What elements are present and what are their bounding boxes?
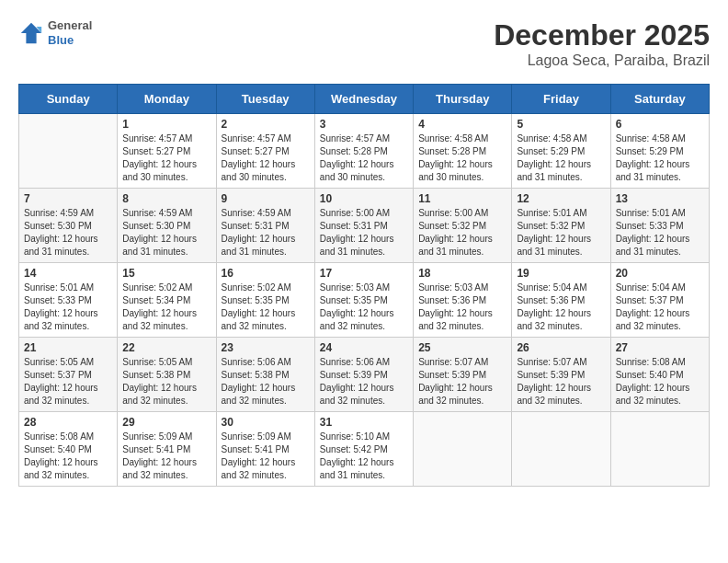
day-info: Sunrise: 5:09 AMSunset: 5:41 PMDaylight:… [222, 431, 310, 482]
day-number: 12 [517, 192, 605, 205]
day-number: 20 [616, 267, 704, 280]
day-number: 4 [418, 118, 506, 131]
calendar-cell: 17Sunrise: 5:03 AMSunset: 5:35 PMDayligh… [314, 263, 413, 338]
day-info: Sunrise: 5:05 AMSunset: 5:38 PMDaylight:… [122, 356, 210, 408]
day-info: Sunrise: 5:07 AMSunset: 5:39 PMDaylight:… [517, 356, 605, 408]
weekday-header-friday: Friday [512, 85, 610, 114]
weekday-header-sunday: Sunday [19, 85, 118, 114]
calendar-week-1: 1Sunrise: 4:57 AMSunset: 5:27 PMDaylight… [19, 114, 710, 189]
calendar-cell: 25Sunrise: 5:07 AMSunset: 5:39 PMDayligh… [414, 338, 512, 412]
day-info: Sunrise: 4:59 AMSunset: 5:30 PMDaylight:… [122, 207, 210, 259]
calendar-cell [414, 412, 512, 487]
calendar-cell: 7Sunrise: 4:59 AMSunset: 5:30 PMDaylight… [19, 189, 118, 263]
day-number: 27 [616, 341, 704, 354]
calendar-cell: 18Sunrise: 5:03 AMSunset: 5:36 PMDayligh… [414, 263, 512, 338]
calendar-cell: 5Sunrise: 4:58 AMSunset: 5:29 PMDaylight… [512, 114, 610, 189]
day-number: 7 [24, 192, 112, 205]
day-number: 16 [222, 267, 310, 280]
weekday-header-wednesday: Wednesday [314, 85, 413, 114]
day-number: 25 [418, 341, 506, 354]
day-info: Sunrise: 4:59 AMSunset: 5:31 PMDaylight:… [222, 207, 310, 259]
day-number: 13 [616, 192, 704, 205]
day-info: Sunrise: 5:01 AMSunset: 5:33 PMDaylight:… [616, 207, 704, 259]
day-number: 6 [616, 118, 704, 131]
calendar-cell: 29Sunrise: 5:09 AMSunset: 5:41 PMDayligh… [118, 412, 216, 487]
day-number: 28 [24, 416, 112, 429]
page-header: General Blue December 2025 Lagoa Seca, P… [18, 18, 710, 69]
calendar-cell: 31Sunrise: 5:10 AMSunset: 5:42 PMDayligh… [314, 412, 413, 487]
calendar-cell: 10Sunrise: 5:00 AMSunset: 5:31 PMDayligh… [314, 189, 413, 263]
day-info: Sunrise: 5:01 AMSunset: 5:32 PMDaylight:… [517, 207, 605, 259]
calendar-cell: 12Sunrise: 5:01 AMSunset: 5:32 PMDayligh… [512, 189, 610, 263]
calendar-cell: 11Sunrise: 5:00 AMSunset: 5:32 PMDayligh… [414, 189, 512, 263]
logo-general: General [48, 18, 92, 33]
day-info: Sunrise: 5:10 AMSunset: 5:42 PMDaylight:… [320, 431, 408, 482]
calendar-cell: 26Sunrise: 5:07 AMSunset: 5:39 PMDayligh… [512, 338, 610, 412]
day-number: 10 [320, 192, 408, 205]
calendar-cell [610, 412, 709, 487]
day-info: Sunrise: 5:06 AMSunset: 5:39 PMDaylight:… [320, 356, 408, 408]
calendar-cell: 15Sunrise: 5:02 AMSunset: 5:34 PMDayligh… [118, 263, 216, 338]
calendar-title: December 2025 [494, 18, 710, 52]
calendar-week-5: 28Sunrise: 5:08 AMSunset: 5:40 PMDayligh… [19, 412, 710, 487]
calendar-cell [512, 412, 610, 487]
day-info: Sunrise: 5:00 AMSunset: 5:32 PMDaylight:… [418, 207, 506, 259]
calendar-cell: 27Sunrise: 5:08 AMSunset: 5:40 PMDayligh… [610, 338, 709, 412]
day-info: Sunrise: 5:03 AMSunset: 5:36 PMDaylight:… [418, 282, 506, 333]
day-info: Sunrise: 5:08 AMSunset: 5:40 PMDaylight:… [24, 431, 112, 482]
calendar-cell: 8Sunrise: 4:59 AMSunset: 5:30 PMDaylight… [118, 189, 216, 263]
calendar-cell: 20Sunrise: 5:04 AMSunset: 5:37 PMDayligh… [610, 263, 709, 338]
weekday-header-row: SundayMondayTuesdayWednesdayThursdayFrid… [19, 85, 710, 114]
calendar-cell: 2Sunrise: 4:57 AMSunset: 5:27 PMDaylight… [216, 114, 314, 189]
calendar-week-3: 14Sunrise: 5:01 AMSunset: 5:33 PMDayligh… [19, 263, 710, 338]
calendar-cell: 23Sunrise: 5:06 AMSunset: 5:38 PMDayligh… [216, 338, 314, 412]
calendar-cell: 21Sunrise: 5:05 AMSunset: 5:37 PMDayligh… [19, 338, 118, 412]
day-info: Sunrise: 5:00 AMSunset: 5:31 PMDaylight:… [320, 207, 408, 259]
day-number: 17 [320, 267, 408, 280]
title-section: December 2025 Lagoa Seca, Paraiba, Brazi… [494, 18, 710, 69]
weekday-header-tuesday: Tuesday [216, 85, 314, 114]
day-number: 26 [517, 341, 605, 354]
calendar-cell: 6Sunrise: 4:58 AMSunset: 5:29 PMDaylight… [610, 114, 709, 189]
weekday-header-saturday: Saturday [610, 85, 709, 114]
calendar-week-4: 21Sunrise: 5:05 AMSunset: 5:37 PMDayligh… [19, 338, 710, 412]
logo: General Blue [18, 18, 92, 47]
logo-icon [18, 20, 44, 46]
calendar-cell: 19Sunrise: 5:04 AMSunset: 5:36 PMDayligh… [512, 263, 610, 338]
calendar-cell: 3Sunrise: 4:57 AMSunset: 5:28 PMDaylight… [314, 114, 413, 189]
svg-marker-0 [21, 22, 41, 42]
day-number: 9 [222, 192, 310, 205]
day-number: 18 [418, 267, 506, 280]
day-number: 15 [122, 267, 210, 280]
calendar-cell: 28Sunrise: 5:08 AMSunset: 5:40 PMDayligh… [19, 412, 118, 487]
day-info: Sunrise: 5:01 AMSunset: 5:33 PMDaylight:… [24, 282, 112, 333]
day-number: 31 [320, 416, 408, 429]
calendar-subtitle: Lagoa Seca, Paraiba, Brazil [494, 52, 710, 69]
calendar-cell: 30Sunrise: 5:09 AMSunset: 5:41 PMDayligh… [216, 412, 314, 487]
day-info: Sunrise: 4:58 AMSunset: 5:29 PMDaylight:… [517, 132, 605, 184]
day-number: 19 [517, 267, 605, 280]
day-number: 8 [122, 192, 210, 205]
day-number: 3 [320, 118, 408, 131]
logo-text: General Blue [48, 18, 92, 47]
weekday-header-thursday: Thursday [414, 85, 512, 114]
day-info: Sunrise: 5:05 AMSunset: 5:37 PMDaylight:… [24, 356, 112, 408]
calendar-cell: 4Sunrise: 4:58 AMSunset: 5:28 PMDaylight… [414, 114, 512, 189]
day-number: 24 [320, 341, 408, 354]
calendar-cell: 14Sunrise: 5:01 AMSunset: 5:33 PMDayligh… [19, 263, 118, 338]
day-info: Sunrise: 5:04 AMSunset: 5:36 PMDaylight:… [517, 282, 605, 333]
day-number: 5 [517, 118, 605, 131]
day-info: Sunrise: 5:02 AMSunset: 5:34 PMDaylight:… [122, 282, 210, 333]
day-info: Sunrise: 5:03 AMSunset: 5:35 PMDaylight:… [320, 282, 408, 333]
day-info: Sunrise: 4:57 AMSunset: 5:27 PMDaylight:… [122, 132, 210, 184]
day-info: Sunrise: 4:58 AMSunset: 5:29 PMDaylight:… [616, 132, 704, 184]
day-info: Sunrise: 5:06 AMSunset: 5:38 PMDaylight:… [222, 356, 310, 408]
weekday-header-monday: Monday [118, 85, 216, 114]
day-info: Sunrise: 5:02 AMSunset: 5:35 PMDaylight:… [222, 282, 310, 333]
calendar-cell: 13Sunrise: 5:01 AMSunset: 5:33 PMDayligh… [610, 189, 709, 263]
day-info: Sunrise: 4:57 AMSunset: 5:27 PMDaylight:… [222, 132, 310, 184]
day-info: Sunrise: 5:04 AMSunset: 5:37 PMDaylight:… [616, 282, 704, 333]
calendar-week-2: 7Sunrise: 4:59 AMSunset: 5:30 PMDaylight… [19, 189, 710, 263]
day-info: Sunrise: 5:09 AMSunset: 5:41 PMDaylight:… [122, 431, 210, 482]
day-info: Sunrise: 5:08 AMSunset: 5:40 PMDaylight:… [616, 356, 704, 408]
